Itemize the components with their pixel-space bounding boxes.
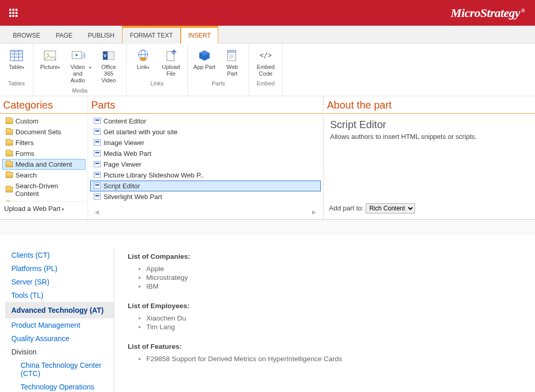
office365-video-button[interactable]: V Office 365 Video (95, 46, 122, 85)
category-item[interactable]: Document Sets (2, 127, 85, 137)
category-label: Search-Driven Content (15, 182, 82, 198)
category-item[interactable]: Media and Content (2, 159, 85, 170)
category-label: Forms (15, 150, 34, 157)
about-part-name: Script Editor (330, 119, 529, 131)
svg-text:</>: </> (260, 51, 272, 59)
nav-link[interactable]: Quality Assurance (11, 332, 108, 345)
app-launcher-icon[interactable] (5, 5, 22, 21)
video-audio-button[interactable]: Video and Audio (65, 46, 92, 85)
webpart-icon (94, 161, 101, 167)
features-list: F29858 Support for Derived Metrics on Hy… (146, 354, 522, 363)
part-item[interactable]: Picture Library Slideshow Web P.. (90, 170, 321, 181)
nav-sub-link[interactable]: Technology Operations (11, 380, 108, 392)
web-part-button[interactable]: Web Part (220, 46, 245, 78)
tab-format-text[interactable]: FORMAT TEXT (122, 27, 180, 44)
tab-insert[interactable]: INSERT (181, 27, 219, 44)
part-item[interactable]: Media Web Part (90, 148, 321, 159)
link-button[interactable]: Link (131, 46, 156, 78)
ribbon-label-embed: Embed (253, 79, 278, 87)
webpart-icon (94, 172, 101, 178)
about-panel: About the part Script Editor Allows auth… (323, 96, 535, 219)
svg-rect-5 (10, 50, 23, 52)
add-part-to-label: Add part to: (329, 204, 364, 212)
folder-icon (6, 151, 13, 156)
nav-sub-link[interactable]: China Technology Center (CTC) (11, 359, 108, 380)
parts-next-icon[interactable]: ► (310, 208, 318, 216)
ribbon-group-embed: </> Embed Code Embed (249, 44, 283, 96)
webpart-icon (94, 193, 101, 200)
ribbon-group-links: Link Upload File Links (127, 44, 188, 96)
part-label: Image Viewer (103, 139, 144, 147)
folder-icon (6, 162, 13, 167)
upload-file-button[interactable]: Upload File (159, 46, 183, 78)
employees-list: Xiaochen DuTim Lang (146, 314, 522, 331)
app-part-icon (196, 47, 213, 64)
list-item: IBM (146, 282, 522, 291)
table-button[interactable]: Table (4, 46, 29, 78)
app-part-button[interactable]: App Part (192, 46, 217, 78)
ribbon-label-media: Media (38, 86, 122, 95)
ribbon-group-media: Picture Video and Audio V Office 365 Vid… (33, 44, 127, 96)
folder-icon (6, 118, 13, 124)
tab-publish[interactable]: PUBLISH (80, 27, 122, 43)
part-label: Silverlight Web Part (103, 193, 162, 201)
upload-file-icon (163, 47, 179, 64)
part-label: Media Web Part (103, 150, 151, 157)
ribbon-label-tables: Tables (4, 79, 29, 87)
categories-title: Categories (0, 96, 88, 114)
nav-link[interactable]: Product Management (11, 318, 108, 332)
part-item[interactable]: Get started with your site (90, 127, 321, 137)
category-item[interactable]: Filters (2, 137, 85, 148)
ribbon: Table Tables Picture Video and Audio V (0, 44, 535, 96)
ribbon-label-parts: Parts (192, 79, 245, 87)
svg-text:V: V (103, 53, 107, 58)
nav-link[interactable]: Tools (TL) (11, 289, 108, 302)
part-item[interactable]: Page Viewer (90, 159, 321, 170)
nav-link[interactable]: Platforms (PL) (11, 262, 108, 275)
category-item[interactable]: Custom (2, 116, 85, 127)
web-part-picker: Categories CustomDocument SetsFiltersFor… (0, 96, 535, 220)
category-label: Search (15, 171, 37, 179)
ribbon-group-parts: App Part Web Part Parts (188, 44, 249, 96)
list-item: F29858 Support for Derived Metrics on Hy… (146, 354, 522, 363)
part-label: Script Editor (103, 182, 140, 190)
category-item[interactable]: Search-Driven Content (2, 181, 85, 199)
companies-list: AppleMicrostrategyIBM (146, 264, 522, 291)
main-pane: List of Companies: AppleMicrostrategyIBM… (114, 248, 535, 392)
add-part-to-row: Add part to: Rich Content (324, 200, 535, 217)
folder-icon (6, 140, 13, 146)
category-item[interactable]: Search (2, 170, 85, 181)
part-item[interactable]: Content Editor (90, 116, 321, 127)
tab-page[interactable]: PAGE (48, 27, 80, 43)
page-content: Clients (CT)Platforms (PL)Server (SR)Too… (0, 235, 535, 392)
part-label: Page Viewer (103, 161, 141, 168)
embed-code-icon: </> (257, 47, 274, 64)
brand-logo: MicroStrategy® (451, 6, 525, 20)
nav-link[interactable]: Clients (CT) (11, 248, 108, 262)
upload-web-part[interactable]: Upload a Web Part (0, 201, 88, 216)
add-part-to-select[interactable]: Rich Content (366, 203, 415, 213)
category-item[interactable]: Forms (2, 148, 85, 159)
category-label: Filters (15, 139, 33, 147)
folder-icon (6, 187, 13, 192)
about-part-desc: Allows authors to insert HTML snippets o… (330, 133, 529, 140)
part-item[interactable]: Silverlight Web Part (90, 191, 321, 202)
nav-link[interactable]: Server (SR) (11, 275, 108, 289)
picture-button[interactable]: Picture (38, 46, 62, 78)
tab-browse[interactable]: BROWSE (5, 27, 48, 43)
part-item[interactable]: Image Viewer (90, 137, 321, 148)
part-item[interactable]: Script Editor (90, 181, 321, 191)
webpart-icon (94, 139, 101, 146)
office365-video-icon: V (100, 47, 117, 64)
left-nav: Clients (CT)Platforms (PL)Server (SR)Too… (0, 248, 114, 392)
part-label: Picture Library Slideshow Web P.. (103, 171, 204, 179)
nav-link[interactable]: Advanced Technology (AT) (5, 302, 114, 318)
parts-prev-icon[interactable]: ◄ (93, 208, 100, 216)
embed-code-button[interactable]: </> Embed Code (253, 46, 278, 78)
categories-panel: Categories CustomDocument SetsFiltersFor… (0, 96, 88, 219)
svg-marker-9 (76, 54, 78, 57)
folder-icon (6, 172, 13, 178)
ribbon-tabs: BROWSE PAGE PUBLISH FORMAT TEXT INSERT (0, 26, 535, 44)
parts-panel: Parts Content EditorGet started with you… (88, 96, 323, 219)
webpart-icon (94, 118, 101, 124)
